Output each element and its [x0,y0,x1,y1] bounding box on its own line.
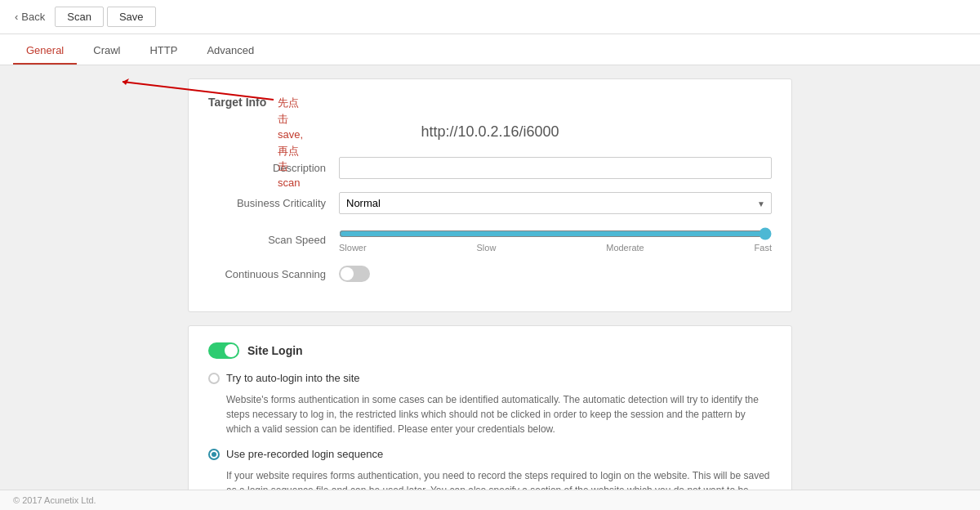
auto-login-label: Try to auto-login into the site [226,372,360,384]
description-control [339,157,772,179]
svg-marker-1 [122,78,129,85]
speed-label-fast: Fast [755,243,772,253]
speed-label-slower: Slower [339,243,367,253]
toggle-knob [341,267,354,280]
business-criticality-control: Low Normal High Critical ▼ [339,192,772,214]
speed-label-slow: Slow [477,243,497,253]
auto-login-description: Website's forms authentication in some c… [208,392,772,436]
scan-speed-label: Scan Speed [208,234,339,246]
back-button[interactable]: ‹ Back [8,7,51,26]
scan-button[interactable]: Scan [55,7,104,27]
business-criticality-row: Business Criticality Low Normal High Cri… [208,192,772,214]
continuous-scanning-row: Continuous Scanning [208,266,772,282]
target-info-card: Target Info http://10.0.2.16/i6000 Descr… [188,78,792,312]
content-area: 先点击 save, 再点击 scan Target Info http://10… [0,65,980,490]
scan-speed-row: Scan Speed Slower Slow Moderate Fast [208,227,772,253]
back-chevron-icon: ‹ [15,11,18,23]
prerecorded-label: Use pre-recorded login sequence [226,448,383,460]
back-label: Back [21,11,45,23]
auto-login-option[interactable]: Try to auto-login into the site [208,372,772,384]
speed-label-moderate: Moderate [606,243,644,253]
target-info-title: Target Info [208,96,772,109]
continuous-scanning-label: Continuous Scanning [208,268,339,280]
auto-login-radio[interactable] [208,373,220,384]
business-criticality-select[interactable]: Low Normal High Critical [339,192,772,214]
site-login-toggle-knob [225,344,238,357]
description-label: Description [208,162,339,174]
tab-bar: General Crawl HTTP Advanced [0,34,980,65]
continuous-scanning-control [339,266,772,282]
prerecorded-description: If your website requires forms authentic… [208,468,772,490]
target-url-display: http://10.0.2.16/i6000 [208,123,772,141]
top-bar: ‹ Back Scan Save [0,0,980,34]
business-criticality-label: Business Criticality [208,197,339,209]
tab-general[interactable]: General [13,38,77,65]
site-login-toggle[interactable] [208,342,239,359]
tab-advanced[interactable]: Advanced [194,38,267,65]
site-login-card: Site Login Try to auto-login into the si… [188,325,792,490]
copyright-text: © 2017 Acunetix Ltd. [13,495,96,505]
slider-labels: Slower Slow Moderate Fast [339,243,772,253]
tab-crawl[interactable]: Crawl [80,38,133,65]
footer: © 2017 Acunetix Ltd. [0,490,980,510]
tab-http[interactable]: HTTP [136,38,190,65]
scan-speed-control: Slower Slow Moderate Fast [339,227,772,253]
business-criticality-select-wrapper: Low Normal High Critical ▼ [339,192,772,214]
site-login-header: Site Login [208,342,772,359]
save-button[interactable]: Save [107,7,156,27]
prerecorded-radio[interactable] [208,449,220,460]
description-row: Description [208,157,772,179]
continuous-scanning-toggle[interactable] [339,266,370,282]
site-login-title: Site Login [247,344,303,357]
description-input[interactable] [339,157,772,179]
scan-speed-slider[interactable] [339,227,772,240]
prerecorded-option[interactable]: Use pre-recorded login sequence [208,448,772,460]
